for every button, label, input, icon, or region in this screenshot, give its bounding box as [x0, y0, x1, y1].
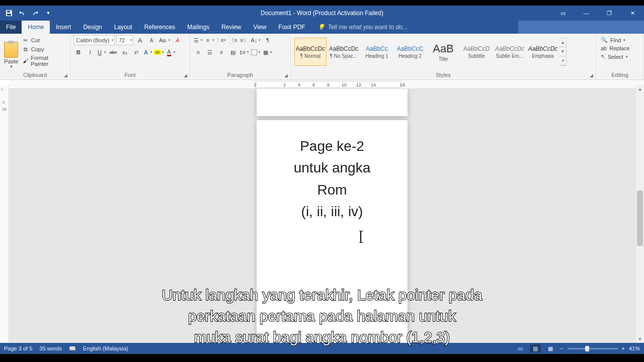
tab-review[interactable]: Review — [215, 21, 247, 34]
read-mode-button[interactable]: ▭ — [515, 344, 526, 352]
text-effects-button[interactable]: A — [143, 47, 153, 57]
align-right-button[interactable]: ≡ — [216, 47, 226, 57]
clipboard-launcher-icon[interactable]: ◢ — [63, 73, 68, 78]
ribbon-display-options-icon[interactable]: ▭ — [551, 6, 575, 21]
paragraph-launcher-icon[interactable]: ◢ — [283, 73, 288, 78]
tab-insert[interactable]: Insert — [50, 21, 77, 34]
status-page[interactable]: Page 3 of 5 — [4, 345, 32, 351]
highlight-button[interactable]: ab — [154, 47, 165, 57]
strikethrough-button[interactable]: abc — [108, 47, 118, 57]
font-size-combo[interactable]: 72 — [116, 35, 133, 45]
styles-launcher-icon[interactable]: ◢ — [589, 73, 594, 78]
cut-button[interactable]: ✂Cut — [21, 36, 67, 44]
zoom-out-button[interactable]: − — [560, 345, 563, 351]
paste-label: Paste — [4, 58, 18, 64]
scroll-down-icon[interactable]: ▼ — [636, 335, 644, 343]
change-case-button[interactable]: Aa — [158, 35, 171, 45]
tab-layout[interactable]: Layout — [108, 21, 138, 34]
web-layout-button[interactable]: ▦ — [545, 344, 556, 352]
increase-indent-button[interactable]: ≡〉 — [239, 35, 250, 45]
style-heading-1[interactable]: AaBbCcHeading 1 — [361, 38, 393, 66]
titlebar: ▼ Document1 - Word (Product Activation F… — [0, 6, 644, 21]
lightbulb-icon: 💡 — [317, 24, 325, 31]
spellcheck-icon[interactable]: 📖 — [69, 345, 76, 352]
subscript-button[interactable]: x₂ — [120, 47, 130, 57]
svg-rect-1 — [7, 14, 11, 16]
paste-button[interactable]: Paste ▼ — [3, 35, 20, 68]
clear-formatting-button[interactable]: A — [173, 35, 183, 45]
tab-foxit-pdf[interactable]: Foxit PDF — [272, 21, 311, 34]
clipboard-group-label: Clipboard — [23, 72, 47, 78]
numbering-button[interactable]: ≡ — [205, 35, 215, 45]
tab-references[interactable]: References — [138, 21, 181, 34]
print-layout-button[interactable]: ▥ — [530, 344, 541, 352]
align-left-button[interactable]: ≡ — [193, 47, 203, 57]
bold-button[interactable]: B — [73, 47, 84, 57]
borders-button[interactable]: ▦ — [263, 47, 273, 57]
scroll-up-icon[interactable]: ▲ — [636, 85, 644, 93]
status-words[interactable]: 35 words — [39, 345, 62, 351]
zoom-slider[interactable] — [568, 348, 618, 349]
tab-mailings[interactable]: Mailings — [181, 21, 215, 34]
replace-button[interactable]: abReplace — [599, 45, 640, 52]
minimize-button[interactable]: — — [575, 6, 598, 21]
paste-icon — [4, 42, 18, 58]
maximize-button[interactable]: ❐ — [598, 6, 621, 21]
align-center-button[interactable]: ☰ — [205, 47, 215, 57]
page-previous-bottom — [257, 89, 408, 116]
style-heading-2[interactable]: AaBbCcCHeading 2 — [394, 38, 426, 66]
tab-home[interactable]: Home — [22, 21, 50, 34]
group-paragraph: ☰ ≡ ⋮≡ 〈≡ ≡〉 A↓ ¶ ≡ ☰ ≡ ▤ ‡≡ ▦ — [190, 34, 291, 79]
redo-icon[interactable] — [29, 7, 41, 19]
group-clipboard: Paste ▼ ✂Cut ⧉Copy 🖌Format Painter Clipb… — [0, 34, 70, 79]
page-current[interactable]: Page ke-2 untuk angka Rom (i, ii, iii, i… — [257, 120, 408, 343]
style-subtle-em-[interactable]: AaBbCcDcSubtle Em... — [494, 38, 526, 66]
styles-gallery[interactable]: AaBbCcDc¶ NormalAaBbCcDc¶ No Spac...AaBb… — [294, 35, 593, 68]
superscript-button[interactable]: x² — [131, 47, 141, 57]
save-icon[interactable] — [3, 7, 15, 19]
decrease-indent-button[interactable]: 〈≡ — [228, 35, 238, 45]
styles-gallery-scroll[interactable]: ▲▼▾ — [559, 38, 567, 66]
find-button[interactable]: 🔍Find▾ — [599, 36, 640, 44]
grow-font-button[interactable]: A — [135, 35, 145, 45]
tell-me-search[interactable]: 💡 Tell me what you want to do... — [311, 21, 518, 34]
tab-view[interactable]: View — [248, 21, 273, 34]
shrink-font-button[interactable]: A — [146, 35, 156, 45]
select-button[interactable]: ↖Select▾ — [599, 53, 640, 60]
scrollbar-vertical[interactable]: ▲ ▼ — [636, 85, 644, 343]
style-emphasis[interactable]: AaBbCcDcEmphasis — [527, 38, 559, 66]
underline-button[interactable]: U — [97, 47, 107, 57]
sort-button[interactable]: A↓ — [251, 35, 261, 45]
shading-button[interactable] — [251, 47, 261, 57]
bullets-button[interactable]: ☰ — [193, 35, 203, 45]
style--normal[interactable]: AaBbCcDc¶ Normal — [294, 38, 327, 66]
justify-button[interactable]: ▤ — [228, 47, 238, 57]
qat-customize-icon[interactable]: ▼ — [42, 7, 54, 19]
ruler-horizontal[interactable]: 2246810121418 — [9, 80, 644, 89]
style-title[interactable]: AaBTitle — [427, 38, 459, 66]
tab-design[interactable]: Design — [77, 21, 108, 34]
style--no-spac-[interactable]: AaBbCcDc¶ No Spac... — [328, 38, 360, 66]
document-area[interactable]: Page ke-2 untuk angka Rom (i, ii, iii, i… — [9, 89, 644, 343]
format-painter-button[interactable]: 🖌Format Painter — [21, 54, 67, 67]
multilevel-list-button[interactable]: ⋮≡ — [216, 35, 226, 45]
line-spacing-button[interactable]: ‡≡ — [239, 47, 250, 57]
collapse-ribbon-icon[interactable]: ˄ — [639, 7, 642, 12]
tab-file[interactable]: File — [0, 21, 22, 34]
scrollbar-thumb[interactable] — [637, 191, 643, 246]
copy-button[interactable]: ⧉Copy — [21, 45, 67, 53]
zoom-level[interactable]: 41% — [629, 345, 640, 351]
font-color-button[interactable]: A — [166, 47, 176, 57]
show-marks-button[interactable]: ¶ — [263, 35, 273, 45]
font-launcher-icon[interactable]: ◢ — [183, 73, 188, 78]
undo-icon[interactable] — [16, 7, 28, 19]
zoom-in-button[interactable]: + — [622, 345, 625, 351]
font-name-combo[interactable]: Calibri (Body) — [73, 35, 115, 45]
style-subtitle[interactable]: AaBbCcDSubtitle — [460, 38, 493, 66]
status-language[interactable]: English (Malaysia) — [83, 345, 128, 351]
ruler-vertical[interactable]: L 2 26 — [0, 85, 9, 343]
account-area[interactable] — [518, 21, 644, 34]
italic-button[interactable]: I — [85, 47, 95, 57]
ribbon: ˄ Paste ▼ ✂Cut ⧉Copy 🖌Format Painter Cli… — [0, 34, 644, 80]
text-cursor-icon — [360, 231, 361, 243]
